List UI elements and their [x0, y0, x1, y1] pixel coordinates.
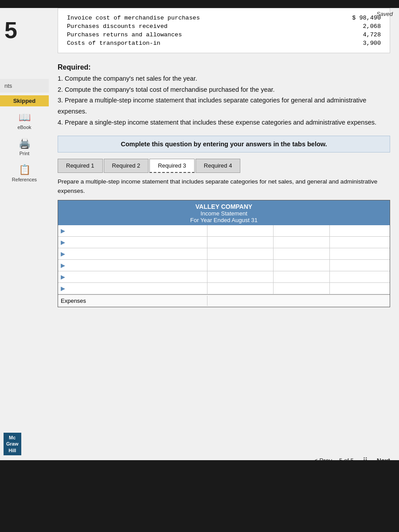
references-icon: 📋 — [19, 164, 31, 176]
ebook-icon: 📖 — [19, 112, 31, 123]
company-name: VALLEY COMPANY — [60, 203, 388, 210]
complete-banner: Complete this question by entering your … — [58, 136, 390, 153]
sidebar: nts Skipped 📖 eBook 🖨️ Print 📋 Reference… — [0, 79, 49, 185]
references-label: References — [12, 177, 37, 182]
tab-req3[interactable]: Required 3 — [149, 159, 195, 173]
table-row: Purchases returns and allowances4,728 — [65, 31, 383, 39]
info-label: Costs of transportation-in — [65, 39, 287, 47]
tab-req2[interactable]: Required 2 — [104, 159, 149, 173]
is-header: VALLEY COMPANY Income Statement For Year… — [58, 200, 390, 225]
required-section: Required: 1. Compute the company's net s… — [58, 61, 390, 128]
sidebar-item-print[interactable]: 🖨️ Print — [0, 133, 49, 159]
sidebar-item-references[interactable]: 📋 References — [0, 159, 49, 185]
table-row: ▶ — [58, 248, 390, 260]
table-row: ▶ — [58, 225, 390, 237]
info-table-area: Invoice cost of merchandise purchases$ 9… — [58, 8, 390, 53]
tabs-row: Required 1Required 2Required 3Required 4 — [58, 159, 390, 173]
required-title: Required: — [58, 61, 390, 73]
sidebar-nts: nts — [0, 79, 49, 93]
required-item-4: 4. Prepare a single-step income statemen… — [58, 117, 390, 128]
info-value: 3,900 — [287, 39, 383, 47]
sidebar-item-ebook[interactable]: 📖 eBook — [0, 106, 49, 133]
required-item-2: 2. Compute the company's total cost of m… — [58, 84, 390, 95]
is-body: ▶ ▶ ▶ ▶ — [58, 225, 390, 307]
mcgraw-hill-logo: Mc Graw Hill — [4, 433, 21, 455]
expenses-label: Expenses — [58, 296, 207, 306]
info-label: Purchases discounts received — [65, 22, 287, 31]
ebook-label: eBook — [17, 125, 31, 130]
print-label: Print — [20, 151, 30, 156]
expenses-row: Expenses — [58, 294, 390, 307]
tab-req4[interactable]: Required 4 — [196, 159, 241, 173]
bottom-bar — [0, 460, 399, 496]
table-row: ▶ — [58, 260, 390, 271]
table-row: Purchases discounts received2,068 — [65, 22, 383, 31]
income-statement-wrapper: VALLEY COMPANY Income Statement For Year… — [58, 200, 390, 307]
info-value: 4,728 — [287, 31, 383, 39]
info-value: 2,068 — [287, 22, 383, 31]
tabs-container: Required 1Required 2Required 3Required 4 — [58, 159, 390, 173]
question-number: 5 — [4, 17, 17, 43]
required-item-1: 1. Compute the company's net sales for t… — [58, 73, 390, 84]
info-label: Purchases returns and allowances — [65, 31, 287, 39]
table-row: Invoice cost of merchandise purchases$ 9… — [65, 14, 383, 22]
print-icon: 🖨️ — [19, 138, 31, 149]
table-row: Costs of transportation-in3,900 — [65, 39, 383, 47]
saved-indicator: Saved — [376, 11, 393, 17]
table-row: ▶ — [58, 271, 390, 283]
table-row: ▶ — [58, 237, 390, 248]
period: For Year Ended August 31 — [60, 217, 388, 223]
tab-req1[interactable]: Required 1 — [58, 159, 103, 173]
statement-type: Income Statement — [60, 210, 388, 217]
info-label: Invoice cost of merchandise purchases — [65, 14, 287, 22]
instruction-text: Prepare a multiple-step income statement… — [58, 177, 390, 196]
info-value: $ 98,490 — [287, 14, 383, 22]
table-row: ▶ — [58, 283, 390, 294]
required-item-3: 3. Prepare a multiple-step income statem… — [58, 95, 390, 117]
sidebar-skipped-badge: Skipped — [0, 95, 49, 106]
